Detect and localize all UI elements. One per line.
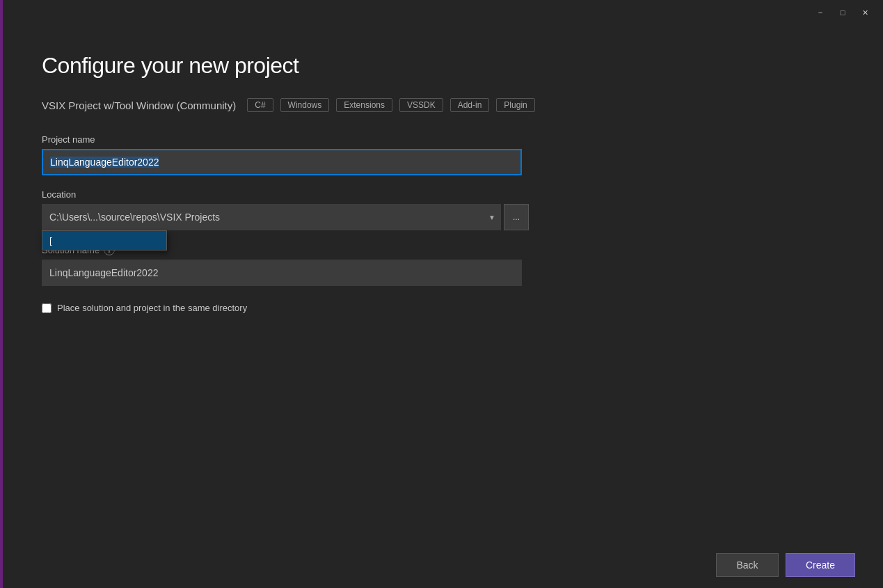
location-input-wrapper: C:\Users\...\source\repos\VSIX Projects … — [42, 204, 501, 230]
same-directory-checkbox[interactable] — [42, 303, 51, 313]
location-row: C:\Users\...\source\repos\VSIX Projects … — [42, 204, 529, 230]
maximize-button[interactable]: □ — [833, 6, 852, 19]
close-button[interactable]: ✕ — [855, 6, 875, 19]
solution-name-input[interactable] — [42, 260, 522, 286]
main-content: Configure your new project VSIX Project … — [0, 25, 883, 542]
title-bar-controls: − □ ✕ — [811, 6, 875, 19]
location-group: Location C:\Users\...\source\repos\VSIX … — [42, 189, 529, 230]
minimize-button[interactable]: − — [811, 6, 830, 19]
browse-button[interactable]: ... — [504, 204, 529, 230]
location-select[interactable]: C:\Users\...\source\repos\VSIX Projects — [42, 204, 501, 230]
project-name-group: Project name LinqLanguageEditor2022 — [42, 134, 529, 175]
back-button[interactable]: Back — [716, 553, 779, 577]
same-directory-row: Place solution and project in the same d… — [42, 303, 529, 313]
create-button[interactable]: Create — [786, 553, 855, 577]
project-type-label: VSIX Project w/Tool Window (Community) — [42, 100, 236, 111]
location-label: Location — [42, 189, 529, 200]
left-accent — [0, 0, 3, 588]
tag-csharp: C# — [247, 98, 273, 112]
tag-addin: Add-in — [450, 98, 490, 112]
tag-windows: Windows — [280, 98, 330, 112]
same-directory-label[interactable]: Place solution and project in the same d… — [57, 303, 247, 313]
form-section: Project name LinqLanguageEditor2022 Loca… — [42, 134, 529, 313]
tag-vssdk: VSSDK — [399, 98, 443, 112]
autocomplete-item[interactable]: [ — [42, 231, 166, 250]
solution-name-group: Solution name ℹ — [42, 244, 529, 286]
tag-plugin: Plugin — [496, 98, 534, 112]
project-name-selected-text[interactable]: LinqLanguageEditor2022 — [50, 157, 159, 168]
footer: Back Create — [0, 542, 883, 588]
project-name-display: LinqLanguageEditor2022 — [42, 149, 522, 175]
title-bar: − □ ✕ — [0, 0, 883, 25]
project-type-row: VSIX Project w/Tool Window (Community) C… — [42, 98, 841, 112]
project-name-label: Project name — [42, 134, 529, 145]
page-title: Configure your new project — [42, 53, 841, 79]
configure-project-window: − □ ✕ Configure your new project VSIX Pr… — [0, 0, 883, 588]
tag-extensions: Extensions — [336, 98, 392, 112]
autocomplete-dropdown: [ — [42, 230, 167, 251]
